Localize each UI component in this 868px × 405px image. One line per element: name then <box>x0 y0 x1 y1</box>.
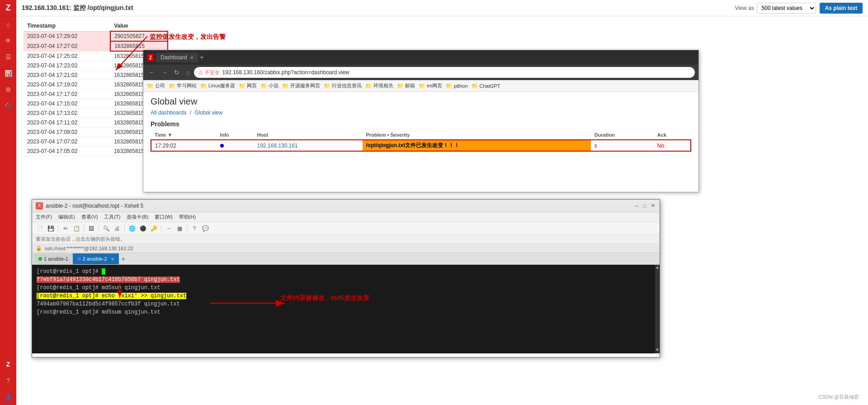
bookmark-item[interactable]: 📁网页 <box>239 82 257 89</box>
toolbar-save-icon[interactable]: 💾 <box>46 224 56 233</box>
terminal-minimize-icon[interactable]: ─ <box>633 203 640 209</box>
problem-host: 192.168.130.161 <box>254 140 363 151</box>
bookmark-label: 小说 <box>269 82 278 89</box>
sidebar-icon-help[interactable]: ? <box>0 372 16 389</box>
sidebar-icon-monitoring[interactable]: 👁 <box>0 33 16 49</box>
sidebar-icon-zabbix[interactable]: Z <box>0 356 16 372</box>
toolbar-chat-icon[interactable]: 💬 <box>200 224 210 233</box>
problems-col-header: Duration <box>591 130 654 140</box>
bookmark-item[interactable]: 📁小说 <box>260 82 278 89</box>
bookmark-folder-icon: 📁 <box>169 83 175 89</box>
toolbar-sep-4 <box>124 225 125 232</box>
terminal-menu-item[interactable]: 帮助(H) <box>179 214 196 220</box>
cell-timestamp: 2023-07-04 17:15:02 <box>24 99 110 109</box>
toolbar-key-icon[interactable]: 🔑 <box>149 224 159 233</box>
toolbar-pencil-icon[interactable]: ✏ <box>61 224 71 233</box>
sidebar-icon-user[interactable]: 👤 <box>0 389 16 405</box>
toolbar-img-icon[interactable]: 🖼 <box>86 224 96 233</box>
csdn-watermark: CSDN @百慕倾君 <box>819 394 859 400</box>
terminal-line: [root@redis_1 opt]# md5sum qingjun.txt <box>37 308 655 316</box>
toolbar-sep-1 <box>58 225 58 232</box>
bookmark-item[interactable]: 📁ptthon <box>446 83 468 89</box>
bookmark-item[interactable]: 📁Linux服务器 <box>200 82 235 89</box>
browser-back-icon[interactable]: ← <box>147 68 157 77</box>
browser-url-bar[interactable]: ⚠ 不安全 192.168.130.160/zabbix.php?action=… <box>194 67 695 78</box>
bookmark-item[interactable]: 📁环境相关 <box>365 82 393 89</box>
terminal-tab[interactable]: 2 ansible-2✕ <box>73 253 119 264</box>
bookmark-item[interactable]: 📁es网页 <box>419 82 442 89</box>
browser-breadcrumb: All dashboards / Global view <box>151 110 691 116</box>
toolbar-sep-6 <box>187 225 187 232</box>
browser-tab-dashboard[interactable]: Dashboard ✕ <box>156 52 198 62</box>
tab-close-icon[interactable]: ✕ <box>111 257 114 262</box>
bookmark-item[interactable]: 📁公司 <box>147 82 165 89</box>
problems-title: Problems <box>151 120 691 128</box>
browser-refresh-icon[interactable]: ↻ <box>172 68 181 77</box>
terminal-tab[interactable]: 1 ansible-1 <box>34 253 73 264</box>
toolbar-grid-icon[interactable]: ▦ <box>175 224 184 233</box>
browser-new-tab-icon[interactable]: + <box>200 53 204 62</box>
terminal-menu-item[interactable]: 编辑(E) <box>58 214 75 220</box>
toolbar-copy-icon[interactable]: 📋 <box>71 224 81 233</box>
toolbar-new-icon[interactable]: 📄 <box>35 224 45 233</box>
sidebar-icon-admin[interactable]: 🔌 <box>0 98 16 114</box>
browser-home-icon[interactable]: ⌂ <box>184 68 191 77</box>
terminal-app-icon: X <box>36 202 43 210</box>
terminal-text: 7494ab07987ba112bd5c4f9857ccfb3f qingjun… <box>37 301 180 307</box>
terminal-prompt: [root@redis_1 opt]# <box>37 268 102 275</box>
bookmark-item[interactable]: 📁学习网站 <box>169 82 197 89</box>
terminal-highlight-red: f7ebf91a7d491330c4b17c418b7050b7 qingjun… <box>37 276 180 283</box>
problems-col-header: Ack <box>654 130 691 140</box>
browser-tab-close-icon[interactable]: ✕ <box>190 55 193 60</box>
browser-navbar: ← → ↻ ⌂ ⚠ 不安全 192.168.130.160/zabbix.php… <box>143 65 698 80</box>
toolbar-dot-icon[interactable]: ⚫ <box>138 224 148 233</box>
toolbar-arrow-icon[interactable]: → <box>164 224 174 233</box>
terminal-menu-item[interactable]: 选项卡(B) <box>127 214 148 220</box>
terminal-text: [root@redis_1 opt]# md5sum qingjun.txt <box>37 285 160 291</box>
terminal-menu-item[interactable]: 窗口(W) <box>155 214 173 220</box>
terminal-close-icon[interactable]: ✕ <box>650 203 656 209</box>
cell-timestamp: 2023-07-04 17:17:02 <box>24 90 110 99</box>
bookmark-label: 网页 <box>247 82 257 89</box>
sidebar-icon-reports[interactable]: 📊 <box>0 65 16 81</box>
bookmark-item[interactable]: 📁行业信息资讯 <box>324 82 362 89</box>
toolbar-sep-3 <box>99 225 99 232</box>
terminal-menu-item[interactable]: 工具(T) <box>104 214 120 220</box>
bookmark-label: 公司 <box>155 82 165 89</box>
breadcrumb-global-view[interactable]: Global view <box>194 110 222 116</box>
page-header: 192.168.130.161: 监控 /opt/qingjun.txt Vie… <box>16 0 868 16</box>
browser-page-title: Global view <box>151 96 691 107</box>
terminal-add-tab-button[interactable]: + <box>119 254 128 263</box>
terminal-menu-item[interactable]: 查看(V) <box>81 214 98 220</box>
as-plain-text-button[interactable]: As plain text <box>820 3 863 14</box>
problems-table: Time ▼InfoHostProblem • SeverityDuration… <box>151 130 691 152</box>
scroll-down-arrow[interactable]: ▼ <box>655 347 660 353</box>
terminal-line: [root@redis_1 opt]# <box>37 267 655 276</box>
browser-forward-icon[interactable]: → <box>160 68 170 77</box>
view-as-select[interactable]: 500 latest values 100 latest values 1000… <box>757 3 816 14</box>
problem-duration: s <box>591 140 654 151</box>
bookmark-label: Linux服务器 <box>208 82 235 89</box>
toolbar-globe-icon[interactable]: 🌐 <box>127 224 137 233</box>
browser-favicon: Z <box>147 54 154 61</box>
toolbar-help-icon[interactable]: ? <box>189 224 199 233</box>
terminal-maximize-icon[interactable]: □ <box>642 203 648 209</box>
sidebar-icon-inventory[interactable]: ☰ <box>0 49 16 65</box>
bookmark-label: 行业信息资讯 <box>332 82 362 89</box>
cell-timestamp: 2023-07-04 17:19:02 <box>24 80 110 90</box>
terminal-tab-bar: 1 ansible-12 ansible-2✕+ <box>32 253 660 265</box>
terminal-scrollbar[interactable]: ▲ ▼ <box>655 265 660 353</box>
breadcrumb-all-dashboards[interactable]: All dashboards <box>151 110 186 116</box>
toolbar-print-icon[interactable]: 🖨 <box>112 224 122 233</box>
bookmark-item[interactable]: 📁邮箱 <box>397 82 415 89</box>
bookmark-item[interactable]: 📁开源服务网页 <box>282 82 320 89</box>
sidebar-icon-home[interactable]: ⌂ <box>0 16 16 33</box>
terminal-menu-item[interactable]: 文件(F) <box>36 214 52 220</box>
toolbar-search-icon[interactable]: 🔍 <box>101 224 111 233</box>
terminal-body[interactable]: [root@redis_1 opt]# f7ebf91a7d491330c4b1… <box>32 265 660 353</box>
bookmark-item[interactable]: 📁ChatGPT <box>472 83 500 89</box>
toolbar-sep-2 <box>84 225 84 232</box>
sidebar-logo[interactable]: Z <box>0 0 16 16</box>
sidebar-icon-config[interactable]: ⚙ <box>0 81 16 98</box>
scroll-up-arrow[interactable]: ▲ <box>655 265 660 271</box>
